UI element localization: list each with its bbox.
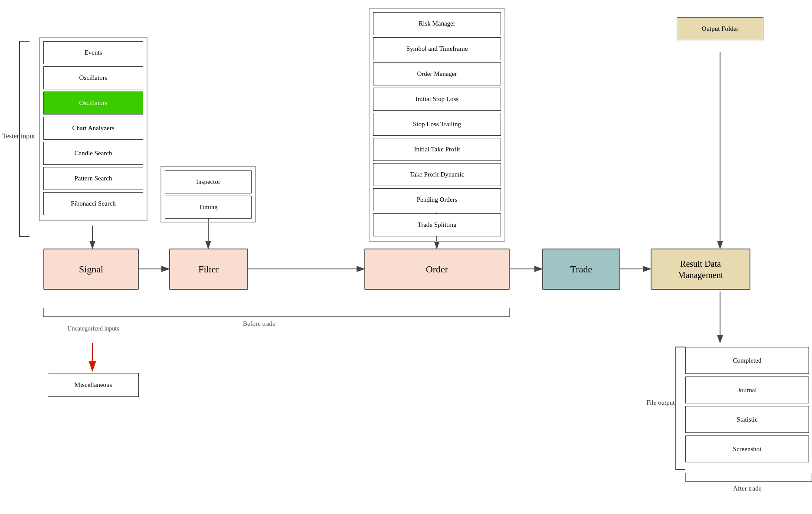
- file-output-journal: Journal: [685, 376, 809, 403]
- order-item-initial-take-profit: Initial Take Profit: [373, 138, 501, 161]
- after-trade-label: After trade: [733, 485, 761, 492]
- order-item-trade-splitting: Trade Splitting: [373, 213, 501, 236]
- order-item-order-manager: Order Manager: [373, 62, 501, 85]
- order-item-risk-manager: Risk Manager: [373, 12, 501, 35]
- filter-item-inspector: Inspector: [165, 170, 252, 193]
- order-item-take-profit-dynamic: Take Profit Dynamic: [373, 163, 501, 186]
- signal-item-pattern-search: Pattern Search: [43, 167, 143, 190]
- signal-item-candle-search: Candle Search: [43, 142, 143, 165]
- diagram-container: Events Oscillators Oscillators Chart Ana…: [0, 0, 812, 514]
- signal-box: Signal: [43, 249, 139, 290]
- order-item-stop-loss-trailing: Stop Loss Trailing: [373, 113, 501, 136]
- signal-item-oscillators-active: Oscillators: [43, 92, 143, 115]
- uncategorized-label: Uncategorized inputs: [61, 325, 126, 332]
- miscellaneous-box: Miscellaneous: [48, 373, 139, 397]
- order-item-pending-orders: Pending Orders: [373, 188, 501, 211]
- filter-box: Filter: [169, 249, 248, 290]
- filter-item-timing: Timing: [165, 196, 252, 219]
- before-trade-label: Before trade: [243, 320, 275, 327]
- file-output-screenshot: Screenshot: [685, 435, 809, 462]
- order-item-symbol-timeframe: Symbol and Timeframe: [373, 37, 501, 60]
- signal-item-fibonacci-search: Fibonacci Search: [43, 192, 143, 215]
- signal-item-events: Events: [43, 41, 143, 64]
- file-output-label: File output: [646, 399, 674, 406]
- output-folder-box: Output Folder: [677, 17, 763, 40]
- trade-box: Trade: [542, 249, 620, 290]
- tester-input-label: Tester input: [2, 132, 35, 140]
- order-box: Order: [364, 249, 510, 290]
- file-output-completed: Completed: [685, 347, 809, 374]
- result-data-management-box: Result Data Management: [651, 249, 750, 290]
- signal-item-oscillators-outline: Oscillators: [43, 66, 143, 89]
- signal-item-chart-analyzers: Chart Analyzers: [43, 117, 143, 140]
- order-item-initial-stop-loss: Initial Stop Loss: [373, 88, 501, 111]
- file-output-statistic: Statistic: [685, 406, 809, 433]
